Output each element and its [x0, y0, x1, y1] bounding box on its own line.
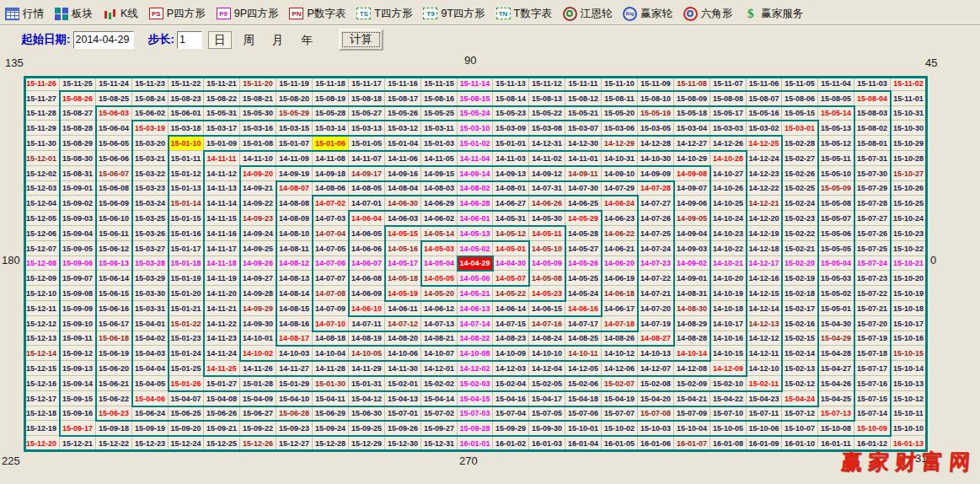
gann-cell[interactable]: 14-06-02 [421, 211, 458, 226]
gann-cell[interactable]: 14-08-06 [313, 181, 349, 196]
gann-cell[interactable]: 14-08-30 [674, 301, 710, 316]
gann-cell[interactable]: 14-08-11 [276, 241, 313, 256]
gann-cell[interactable]: 15-07-26 [854, 226, 891, 241]
gann-cell[interactable]: 14-07-08 [313, 286, 349, 301]
gann-cell[interactable]: 15-02-23 [782, 211, 818, 226]
gann-cell[interactable]: 15-04-23 [747, 391, 782, 406]
gann-cell[interactable]: 15-11-11 [565, 76, 602, 91]
gann-cell[interactable]: 15-01-15 [169, 211, 204, 226]
gann-cell[interactable]: 15-07-21 [854, 301, 891, 316]
gann-cell[interactable]: 14-12-11 [747, 346, 782, 361]
gann-cell[interactable]: 14-07-14 [458, 316, 493, 331]
gann-cell[interactable]: 15-09-29 [493, 421, 529, 436]
gann-cell[interactable]: 15-07-13 [818, 406, 854, 421]
gann-cell[interactable]: 14-11-19 [204, 271, 240, 286]
gann-cell[interactable]: 15-01-13 [169, 181, 204, 196]
gann-cell[interactable]: 14-05-26 [565, 256, 602, 271]
gann-cell[interactable]: 14-06-17 [602, 301, 638, 316]
gann-cell[interactable]: 14-05-19 [385, 286, 421, 301]
gann-cell[interactable]: 15-05-08 [818, 196, 854, 211]
gann-cell[interactable]: 14-12-03 [493, 361, 529, 376]
gann-cell[interactable]: 15-12-07 [24, 241, 60, 256]
gann-cell[interactable]: 14-05-04 [421, 256, 458, 271]
gann-cell[interactable]: 14-06-16 [565, 301, 602, 316]
gann-cell[interactable]: 15-02-10 [710, 376, 747, 391]
gann-cell[interactable]: 15-01-20 [169, 286, 204, 301]
gann-cell[interactable]: 15-05-12 [818, 136, 854, 151]
gann-cell[interactable]: 14-09-29 [240, 301, 276, 316]
gann-cell[interactable]: 15-09-13 [60, 361, 96, 376]
step-unit-月[interactable]: 月 [266, 31, 290, 49]
gann-cell[interactable]: 15-07-01 [385, 406, 421, 421]
gann-cell[interactable]: 15-02-04 [493, 376, 529, 391]
gann-cell[interactable]: 15-02-26 [782, 166, 818, 181]
gann-cell[interactable]: 15-10-09 [854, 421, 891, 436]
gann-cell[interactable]: 15-05-27 [349, 106, 385, 121]
gann-cell[interactable]: 15-04-14 [421, 391, 458, 406]
gann-cell[interactable]: 15-05-15 [782, 106, 818, 121]
toolbar-item-kline-candles[interactable]: K线 [104, 7, 138, 21]
gann-cell[interactable]: 16-01-08 [710, 436, 747, 451]
gann-cell[interactable]: 14-12-13 [747, 316, 782, 331]
gann-cell[interactable]: 15-01-29 [276, 376, 313, 391]
gann-cell[interactable]: 15-04-21 [674, 391, 710, 406]
gann-cell[interactable]: 14-08-12 [276, 256, 313, 271]
gann-cell[interactable]: 15-10-12 [891, 391, 927, 406]
gann-cell[interactable]: 15-12-10 [24, 286, 60, 301]
gann-cell[interactable]: 14-08-07 [276, 181, 313, 196]
gann-cell[interactable]: 14-09-28 [240, 286, 276, 301]
gann-cell[interactable]: 14-07-29 [602, 181, 638, 196]
gann-cell[interactable]: 14-12-22 [747, 181, 782, 196]
gann-cell[interactable]: 15-12-04 [24, 196, 60, 211]
gann-cell[interactable]: 15-02-13 [782, 361, 818, 376]
gann-cell[interactable]: 15-12-19 [24, 421, 60, 436]
gann-cell[interactable]: 14-10-16 [710, 331, 747, 346]
gann-cell[interactable]: 15-09-03 [60, 211, 96, 226]
gann-cell[interactable]: 15-10-24 [891, 211, 927, 226]
gann-cell[interactable]: 14-09-24 [240, 226, 276, 241]
gann-cell[interactable]: 15-11-24 [96, 76, 132, 91]
gann-cell[interactable]: 15-03-24 [132, 196, 169, 211]
gann-cell[interactable]: 15-06-18 [96, 331, 132, 346]
gann-cell[interactable]: 14-05-18 [385, 271, 421, 286]
gann-cell[interactable]: 14-12-29 [602, 136, 638, 151]
gann-cell[interactable]: 15-08-18 [349, 91, 385, 106]
gann-cell[interactable]: 15-10-22 [891, 241, 927, 256]
gann-cell[interactable]: 14-09-15 [421, 166, 458, 181]
gann-cell[interactable]: 14-08-25 [565, 331, 602, 346]
gann-cell[interactable]: 15-09-28 [458, 421, 493, 436]
gann-cell[interactable]: 15-01-11 [169, 151, 204, 166]
gann-cell[interactable]: 15-09-10 [60, 316, 96, 331]
gann-cell[interactable]: 14-05-06 [458, 271, 493, 286]
gann-cell[interactable]: 15-01-28 [240, 376, 276, 391]
gann-cell[interactable]: 15-04-29 [818, 331, 854, 346]
gann-cell[interactable]: 15-11-12 [529, 76, 565, 91]
gann-cell[interactable]: 15-06-26 [204, 406, 240, 421]
gann-cell[interactable]: 14-05-14 [421, 226, 458, 241]
gann-cell[interactable]: 14-05-28 [565, 226, 602, 241]
gann-cell[interactable]: 15-04-30 [818, 316, 854, 331]
gann-cell[interactable]: 14-10-12 [602, 346, 638, 361]
gann-cell[interactable]: 14-09-25 [240, 241, 276, 256]
gann-cell[interactable]: 14-07-04 [313, 226, 349, 241]
gann-cell[interactable]: 15-01-14 [169, 196, 204, 211]
gann-cell[interactable]: 14-07-07 [313, 271, 349, 286]
gann-cell[interactable]: 14-10-09 [493, 346, 529, 361]
gann-cell[interactable]: 14-04-30 [493, 256, 529, 271]
gann-cell[interactable]: 14-11-21 [204, 301, 240, 316]
gann-cell[interactable]: 15-09-26 [385, 421, 421, 436]
gann-cell[interactable]: 14-07-24 [638, 241, 674, 256]
gann-cell[interactable]: 15-08-23 [169, 91, 204, 106]
gann-cell[interactable]: 15-04-17 [529, 391, 565, 406]
gann-cell[interactable]: 14-11-24 [204, 346, 240, 361]
gann-cell[interactable]: 15-04-10 [276, 391, 313, 406]
gann-cell[interactable]: 14-09-13 [493, 166, 529, 181]
gann-cell[interactable]: 14-12-12 [747, 331, 782, 346]
gann-cell[interactable]: 15-02-21 [782, 241, 818, 256]
gann-cell[interactable]: 15-11-01 [891, 91, 927, 106]
gann-cell[interactable]: 15-03-12 [385, 121, 421, 136]
gann-cell[interactable]: 14-10-18 [710, 301, 747, 316]
gann-cell[interactable]: 15-04-25 [818, 391, 854, 406]
gann-cell[interactable]: 14-07-02 [313, 196, 349, 211]
gann-cell[interactable]: 14-07-01 [349, 196, 385, 211]
